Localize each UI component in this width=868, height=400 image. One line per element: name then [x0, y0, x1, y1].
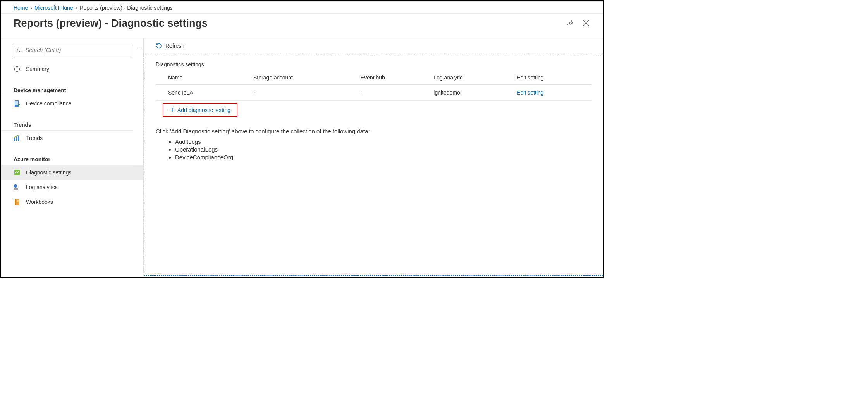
main-content: Refresh Diagnostics settings Name Storag…: [144, 38, 603, 276]
svg-rect-11: [18, 136, 19, 141]
svg-rect-18: [15, 199, 16, 205]
svg-point-2: [18, 48, 21, 52]
add-diagnostic-button[interactable]: Add diagnostic setting: [166, 105, 234, 116]
svg-rect-9: [14, 138, 15, 141]
close-button[interactable]: [581, 18, 591, 29]
sidebar-item-label: Diagnostic settings: [26, 169, 72, 176]
svg-rect-15: [15, 188, 17, 190]
svg-point-13: [14, 184, 17, 188]
sidebar-item-summary[interactable]: Summary: [1, 62, 143, 76]
content-frame: Diagnostics settings Name Storage accoun…: [144, 53, 603, 276]
sidebar-item-label: Log analytics: [26, 184, 58, 190]
sidebar-heading-device-management: Device management: [1, 85, 133, 96]
col-loganalytic: Log analytic: [430, 71, 513, 85]
diagnostic-icon: [14, 169, 21, 176]
breadcrumb: Home › Microsoft Intune › Reports (previ…: [1, 1, 603, 14]
plus-icon: [170, 107, 175, 113]
chevron-right-icon: ›: [30, 5, 32, 11]
sidebar-item-trends[interactable]: Trends: [1, 131, 143, 145]
hint-item: OperationalLogs: [175, 146, 591, 153]
search-input[interactable]: [26, 47, 128, 53]
cell-eventhub: -: [357, 85, 430, 101]
refresh-icon: [155, 42, 162, 49]
collapse-sidebar-icon[interactable]: «: [138, 45, 140, 50]
workbooks-icon: [14, 198, 21, 205]
command-bar: Refresh: [144, 38, 603, 53]
svg-rect-10: [16, 137, 17, 141]
section-label: Diagnostics settings: [156, 61, 591, 67]
refresh-button[interactable]: Refresh: [155, 42, 184, 49]
breadcrumb-home[interactable]: Home: [14, 5, 28, 11]
svg-point-6: [17, 67, 17, 68]
sidebar-item-label: Workbooks: [26, 199, 53, 205]
breadcrumb-intune[interactable]: Microsoft Intune: [34, 5, 73, 11]
trends-icon: [14, 134, 21, 141]
add-diagnostic-highlight: Add diagnostic setting: [163, 103, 237, 117]
hint-item: DeviceComplianceOrg: [175, 154, 591, 160]
diagnostics-table: Name Storage account Event hub Log analy…: [156, 71, 591, 101]
sidebar-item-label: Trends: [26, 135, 43, 141]
table-row: SendToLA - - ignitedemo Edit setting: [156, 85, 591, 101]
chevron-right-icon: ›: [76, 5, 77, 11]
cell-loganalytic: ignitedemo: [430, 85, 513, 101]
svg-line-3: [21, 51, 22, 53]
svg-rect-8: [15, 101, 18, 105]
col-name: Name: [156, 71, 249, 85]
pin-icon: [566, 19, 574, 27]
table-header-row: Name Storage account Event hub Log analy…: [156, 71, 591, 85]
col-edit: Edit setting: [513, 71, 591, 85]
hint-block: Click 'Add Diagnostic setting' above to …: [156, 128, 591, 160]
device-compliance-icon: [14, 100, 21, 107]
col-storage: Storage account: [249, 71, 357, 85]
refresh-label: Refresh: [165, 43, 184, 49]
cell-name: SendToLA: [156, 85, 249, 101]
svg-rect-14: [14, 188, 15, 190]
info-icon: [14, 66, 21, 72]
sidebar-item-log-analytics[interactable]: Log analytics: [1, 180, 143, 195]
sidebar-item-label: Summary: [26, 66, 49, 72]
svg-rect-16: [17, 188, 18, 190]
search-icon: [17, 47, 22, 53]
sidebar-item-label: Device compliance: [26, 100, 72, 107]
sidebar-item-workbooks[interactable]: Workbooks: [1, 195, 143, 209]
search-box[interactable]: [14, 44, 131, 56]
cell-storage: -: [249, 85, 357, 101]
close-icon: [582, 19, 590, 27]
log-analytics-icon: [14, 184, 21, 191]
sidebar-item-device-compliance[interactable]: Device compliance: [1, 96, 143, 111]
sidebar-heading-azure-monitor: Azure monitor: [1, 154, 133, 165]
sidebar-heading-trends: Trends: [1, 119, 133, 131]
col-eventhub: Event hub: [357, 71, 430, 85]
hint-item: AuditLogs: [175, 138, 591, 145]
sidebar-item-diagnostic-settings[interactable]: Diagnostic settings: [1, 165, 143, 180]
breadcrumb-current: Reports (preview) - Diagnostic settings: [79, 5, 172, 11]
pin-button[interactable]: [565, 18, 574, 29]
page-header: Reports (preview) - Diagnostic settings: [1, 14, 603, 38]
edit-setting-link[interactable]: Edit setting: [517, 90, 543, 96]
sidebar: « Summary Device management: [1, 38, 144, 276]
hint-text: Click 'Add Diagnostic setting' above to …: [156, 128, 591, 134]
add-diagnostic-label: Add diagnostic setting: [177, 107, 230, 113]
page-title: Reports (preview) - Diagnostic settings: [14, 17, 208, 29]
